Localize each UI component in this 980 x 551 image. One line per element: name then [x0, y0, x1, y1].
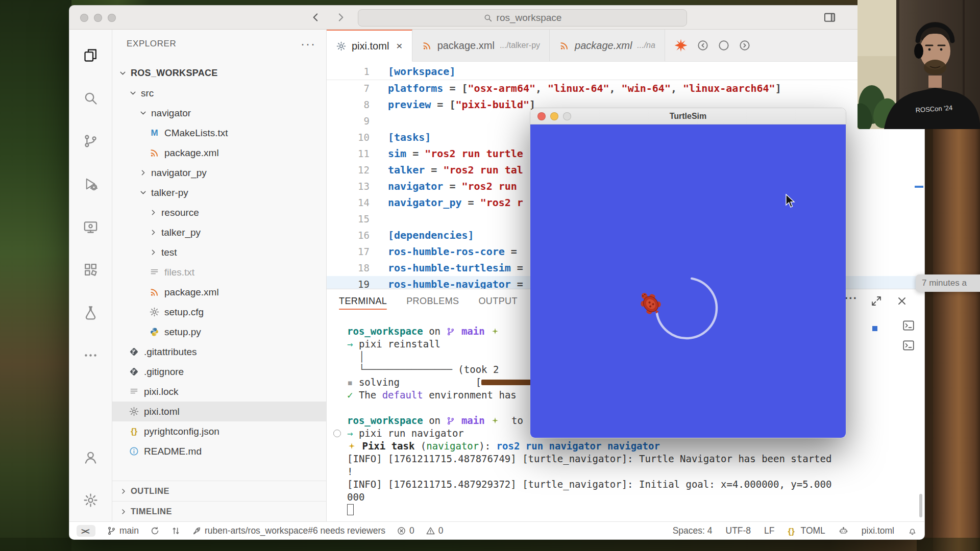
- file-tree-item-package-xml[interactable]: package.xml: [112, 282, 326, 302]
- status-git-branch[interactable]: main: [107, 525, 139, 536]
- activity-item-settings[interactable]: [69, 479, 112, 521]
- turtlesim-minimize-button[interactable]: [550, 112, 558, 120]
- file-tree-item-package-xml[interactable]: package.xml: [112, 143, 326, 163]
- status-label: UTF-8: [726, 525, 751, 536]
- terminal-instance-icon[interactable]: [902, 339, 915, 352]
- status-remote-indicator[interactable]: ><: [77, 525, 95, 537]
- line-number: 16: [327, 227, 370, 243]
- activity-item-remote-explorer[interactable]: [69, 205, 112, 248]
- file-tree-item-talker-py[interactable]: talker-py: [112, 183, 326, 203]
- code-line-1[interactable]: 1[workspace]: [327, 63, 924, 80]
- terminal-scrollbar[interactable]: [919, 494, 922, 517]
- error-icon: [397, 526, 406, 536]
- file-tree-item-test[interactable]: test: [112, 242, 326, 262]
- explorer-title: EXPLORER: [127, 39, 176, 49]
- editor-tabbar: pixi.toml×package.xml.../talker-pypackag…: [327, 30, 924, 62]
- panel-tab-terminal[interactable]: TERMINAL: [339, 289, 387, 313]
- expand-icon[interactable]: [870, 295, 883, 307]
- activity-item-extensions[interactable]: [69, 248, 112, 291]
- file-tree-item-talker-py[interactable]: talker_py: [112, 222, 326, 242]
- file-tree-item-src[interactable]: src: [112, 83, 326, 103]
- activity-item-source-control[interactable]: [69, 119, 112, 162]
- close-tab-icon[interactable]: ×: [396, 40, 402, 52]
- status-encoding[interactable]: UTF-8: [726, 525, 751, 536]
- editor-tab-package-xml[interactable]: package.xml.../talker-py: [412, 30, 550, 61]
- tab-label: package.xml: [437, 40, 495, 52]
- turtlesim-close-button[interactable]: [537, 112, 546, 120]
- file-tree-item-pixi-lock[interactable]: pixi.lock: [112, 382, 326, 402]
- file-tree-item-files-txt[interactable]: files.txt: [112, 262, 326, 282]
- file-label: setup.cfg: [164, 307, 204, 318]
- editor-tab-package-xml[interactable]: package.xml.../na: [550, 30, 665, 61]
- status-notifications[interactable]: [908, 526, 917, 536]
- titlebar: ros_workspace: [69, 6, 924, 30]
- file-tree-item-pyrightconfig-json[interactable]: {}pyrightconfig.json: [112, 421, 326, 441]
- file-tree-item-pixi-toml[interactable]: pixi.toml: [112, 402, 326, 421]
- layout-panel-icon[interactable]: [823, 11, 837, 24]
- line-number: 8: [327, 96, 370, 113]
- turtlesim-titlebar[interactable]: TurtleSim: [530, 108, 846, 124]
- file-tree-item-readme-md[interactable]: README.md: [112, 441, 326, 461]
- back-icon[interactable]: [309, 11, 323, 24]
- turtlesim-window[interactable]: TurtleSim: [530, 108, 846, 438]
- turtlesim-canvas[interactable]: [530, 124, 846, 438]
- file-label: package.xml: [164, 147, 219, 159]
- code-text: navigator_py = "ros2 r: [388, 194, 523, 211]
- search-icon: [83, 90, 99, 106]
- circL-icon[interactable]: [696, 39, 709, 52]
- circ-icon[interactable]: [717, 39, 730, 52]
- panel-tab-problems[interactable]: PROBLEMS: [406, 289, 459, 313]
- sidebar-section-timeline[interactable]: TIMELINE: [112, 501, 326, 521]
- activity-item-account[interactable]: [69, 436, 112, 479]
- activity-item-search[interactable]: [69, 77, 112, 119]
- command-center-search[interactable]: ros_workspace: [358, 9, 687, 27]
- turtlesim-zoom-button[interactable]: [563, 112, 571, 120]
- file-tree-item-ros-workspace[interactable]: ROS_WORKSPACE: [112, 63, 326, 83]
- status-errors[interactable]: 0: [397, 525, 414, 536]
- activity-item-run-debug[interactable]: [69, 162, 112, 205]
- status-label: 0: [409, 525, 414, 536]
- code-text: talker = "ros2 run tal: [388, 162, 523, 178]
- status-language-mode[interactable]: {}TOML: [788, 525, 825, 536]
- zoom-window-button[interactable]: [108, 14, 116, 22]
- file-tree-item--gitattributes[interactable]: .gitattributes: [112, 342, 326, 362]
- status-pr-status[interactable]: ruben-arts/ros_workspace#6 needs reviewe…: [192, 525, 385, 536]
- file-tree-item-cmakelists-txt[interactable]: MCMakeLists.txt: [112, 123, 326, 143]
- editor-actions: [673, 30, 751, 61]
- file-tree-item--gitignore[interactable]: .gitignore: [112, 362, 326, 382]
- code-line-7[interactable]: 7platforms = ["osx-arm64", "linux-64", "…: [327, 80, 924, 96]
- status-git-compare[interactable]: [171, 526, 181, 536]
- activity-item-explorer[interactable]: [69, 34, 112, 77]
- chevR-icon: [149, 248, 158, 257]
- explorer-more-actions[interactable]: ···: [301, 37, 316, 51]
- close-icon[interactable]: [896, 295, 908, 307]
- file-tree-item-setup-py[interactable]: setup.py: [112, 322, 326, 342]
- editor-tab-pixi-toml[interactable]: pixi.toml×: [327, 30, 412, 62]
- status-active-file[interactable]: pixi.toml: [862, 525, 894, 536]
- status-indentation[interactable]: Spaces: 4: [673, 525, 713, 536]
- status-warnings[interactable]: 0: [426, 525, 444, 536]
- ellipsis-icon[interactable]: ···: [845, 295, 857, 307]
- terminal-instance-icon[interactable]: [902, 319, 915, 332]
- file-tree-item-setup-cfg[interactable]: setup.cfg: [112, 302, 326, 322]
- status-eol[interactable]: LF: [764, 525, 774, 536]
- line-number: 1: [327, 63, 370, 80]
- close-window-button[interactable]: [80, 14, 88, 22]
- status-copilot[interactable]: [839, 526, 848, 536]
- file-tree-item-resource[interactable]: resource: [112, 203, 326, 222]
- starburst-icon[interactable]: [673, 38, 689, 53]
- panel-tab-output[interactable]: OUTPUT: [478, 289, 517, 313]
- file-label: ROS_WORKSPACE: [131, 68, 218, 79]
- activity-item-more-views[interactable]: [69, 334, 112, 377]
- status-git-sync[interactable]: [150, 526, 160, 536]
- minimize-window-button[interactable]: [94, 14, 102, 22]
- sidebar-section-outline[interactable]: OUTLINE: [112, 481, 326, 501]
- activity-item-testing[interactable]: [69, 291, 112, 334]
- file-tree-item-navigator-py[interactable]: navigator_py: [112, 163, 326, 183]
- command-decoration-icon[interactable]: [333, 430, 341, 437]
- python-file-icon: [149, 327, 160, 337]
- forward-icon[interactable]: [334, 11, 347, 24]
- file-tree-item-navigator[interactable]: navigator: [112, 103, 326, 123]
- circR-icon[interactable]: [738, 39, 751, 52]
- line-number: 11: [327, 145, 370, 162]
